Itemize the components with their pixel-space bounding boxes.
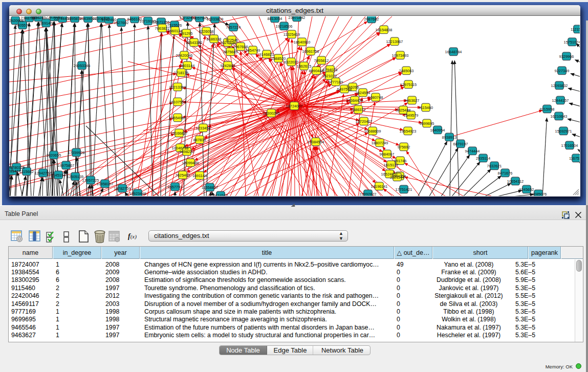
svg-text:9474444: 9474444 — [465, 149, 480, 154]
svg-text:22992872: 22992872 — [360, 192, 377, 196]
svg-text:7632621: 7632621 — [487, 164, 502, 168]
svg-text:19654923: 19654923 — [400, 129, 417, 134]
svg-text:2935114: 2935114 — [476, 156, 490, 161]
svg-text:16033809: 16033809 — [207, 17, 224, 21]
svg-text:1615137: 1615137 — [384, 163, 399, 167]
svg-text:746266: 746266 — [346, 85, 359, 90]
svg-text:1167534: 1167534 — [569, 156, 580, 161]
svg-text:17016504: 17016504 — [561, 143, 578, 148]
svg-text:975692: 975692 — [398, 145, 410, 149]
svg-text:1115682: 1115682 — [19, 169, 34, 174]
svg-text:2718176: 2718176 — [174, 71, 189, 75]
svg-text:15692971: 15692971 — [555, 129, 572, 134]
svg-text:8215958: 8215958 — [540, 107, 555, 112]
svg-text:12923448: 12923448 — [129, 191, 146, 196]
svg-text:10057945: 10057945 — [191, 16, 208, 20]
svg-text:19975867: 19975867 — [58, 163, 75, 168]
svg-text:1527602: 1527602 — [114, 20, 129, 25]
svg-text:9657791: 9657791 — [168, 185, 183, 189]
svg-text:1405571: 1405571 — [15, 23, 30, 28]
svg-text:9025488: 9025488 — [396, 108, 411, 113]
svg-text:16543382: 16543382 — [186, 40, 203, 45]
svg-text:16961758: 16961758 — [302, 49, 319, 54]
svg-text:8186328: 8186328 — [207, 37, 222, 41]
svg-text:9699695: 9699695 — [420, 121, 434, 126]
svg-text:15720407: 15720407 — [356, 119, 373, 124]
svg-text:8990448: 8990448 — [309, 69, 324, 73]
svg-text:11558837: 11558837 — [202, 185, 218, 190]
svg-text:9958289: 9958289 — [31, 16, 46, 20]
svg-text:1691144: 1691144 — [192, 173, 207, 178]
svg-text:16210643: 16210643 — [551, 114, 568, 119]
svg-text:972546: 972546 — [226, 38, 238, 42]
svg-text:9242848: 9242848 — [221, 63, 235, 68]
svg-text:8813054: 8813054 — [268, 16, 282, 21]
svg-text:1233456: 1233456 — [196, 126, 211, 130]
svg-text:7955812: 7955812 — [314, 58, 329, 63]
svg-text:9498222: 9498222 — [180, 149, 194, 154]
svg-text:12213967: 12213967 — [386, 39, 403, 44]
svg-text:12975115: 12975115 — [400, 82, 417, 87]
svg-text:9777169: 9777169 — [329, 80, 343, 84]
svg-text:9227349: 9227349 — [555, 69, 570, 73]
svg-text:12093832: 12093832 — [551, 83, 568, 88]
svg-text:29053346: 29053346 — [74, 63, 91, 68]
svg-text:14196141: 14196141 — [371, 184, 388, 189]
svg-text:2087682: 2087682 — [364, 17, 379, 21]
svg-text:17751421: 17751421 — [396, 187, 412, 192]
svg-text:1640954: 1640954 — [430, 128, 445, 133]
svg-text:7625402: 7625402 — [176, 173, 190, 178]
svg-text:16648784: 16648784 — [445, 50, 462, 54]
svg-text:19085076: 19085076 — [530, 192, 547, 196]
svg-text:2803144: 2803144 — [180, 63, 195, 68]
svg-text:7886372: 7886372 — [351, 107, 366, 112]
svg-text:1145194: 1145194 — [51, 173, 66, 178]
svg-text:9084067: 9084067 — [380, 152, 395, 157]
svg-text:10958107: 10958107 — [97, 182, 114, 186]
svg-text:891295: 891295 — [180, 31, 193, 36]
svg-text:12213369: 12213369 — [169, 85, 186, 90]
svg-text:8454749: 8454749 — [246, 48, 260, 53]
svg-text:2521144: 2521144 — [390, 175, 404, 180]
svg-text:16107554: 16107554 — [169, 100, 186, 104]
svg-text:19384554: 19384554 — [308, 140, 324, 144]
svg-text:1121509: 1121509 — [571, 27, 580, 32]
svg-text:9329966: 9329966 — [559, 54, 574, 59]
svg-text:6879197: 6879197 — [453, 142, 468, 146]
svg-text:1080748: 1080748 — [368, 95, 383, 100]
svg-text:12444157: 12444157 — [552, 98, 569, 103]
svg-text:18807249: 18807249 — [372, 141, 388, 145]
svg-text:1549579: 1549579 — [404, 113, 419, 118]
svg-text:18724007: 18724007 — [286, 104, 303, 108]
svg-text:9463627: 9463627 — [405, 98, 420, 103]
svg-text:21364436: 21364436 — [346, 98, 363, 103]
svg-text:23971842: 23971842 — [289, 16, 306, 20]
svg-text:8226058: 8226058 — [199, 29, 214, 34]
svg-text:19166827: 19166827 — [171, 131, 188, 136]
svg-text:19654985: 19654985 — [169, 116, 186, 120]
svg-text:2020655: 2020655 — [47, 153, 61, 158]
svg-text:15751074: 15751074 — [564, 40, 580, 45]
svg-text:9245652: 9245652 — [519, 187, 534, 192]
svg-text:3624554: 3624554 — [356, 91, 371, 95]
svg-text:22420046: 22420046 — [176, 53, 193, 58]
svg-text:16099489: 16099489 — [182, 161, 199, 165]
svg-text:8134562: 8134562 — [213, 193, 228, 196]
svg-text:19218506: 19218506 — [276, 24, 293, 29]
svg-text:20691406: 20691406 — [38, 21, 55, 26]
svg-text:18300295: 18300295 — [263, 111, 280, 116]
svg-text:1621072: 1621072 — [322, 74, 337, 78]
svg-text:6794028: 6794028 — [323, 68, 338, 72]
svg-text:8938913: 8938913 — [442, 135, 457, 140]
svg-text:18640910: 18640910 — [294, 40, 311, 45]
svg-text:1362615: 1362615 — [297, 64, 312, 69]
svg-text:3875685: 3875685 — [223, 50, 238, 54]
svg-text:16154838: 16154838 — [376, 28, 393, 32]
svg-text:17359928: 17359928 — [68, 150, 85, 155]
svg-text:10654112: 10654112 — [507, 179, 524, 184]
svg-text:12505135: 12505135 — [67, 174, 84, 179]
svg-text:9115460: 9115460 — [419, 105, 433, 110]
svg-text:7485063: 7485063 — [399, 69, 414, 73]
svg-text:16782759: 16782759 — [114, 186, 131, 191]
svg-text:11325419: 11325419 — [284, 32, 300, 37]
